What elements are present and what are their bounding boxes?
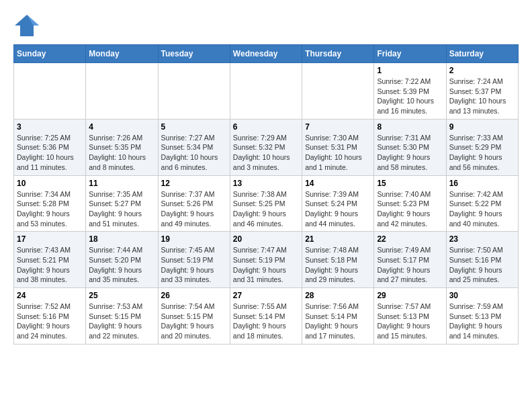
day-info: Sunrise: 7:52 AMSunset: 5:16 PMDaylight:…	[17, 302, 83, 341]
calendar-cell: 7Sunrise: 7:30 AMSunset: 5:31 PMDaylight…	[302, 119, 374, 175]
calendar-cell	[86, 63, 158, 120]
day-info: Sunrise: 7:56 AMSunset: 5:14 PMDaylight:…	[305, 302, 371, 341]
calendar-week-row: 1Sunrise: 7:22 AMSunset: 5:39 PMDaylight…	[14, 63, 519, 120]
day-info: Sunrise: 7:54 AMSunset: 5:15 PMDaylight:…	[161, 302, 227, 341]
calendar-cell: 21Sunrise: 7:48 AMSunset: 5:18 PMDayligh…	[302, 232, 374, 288]
day-number: 2	[449, 66, 515, 75]
day-info: Sunrise: 7:55 AMSunset: 5:14 PMDaylight:…	[233, 302, 299, 341]
day-number: 4	[89, 122, 154, 132]
day-info: Sunrise: 7:42 AMSunset: 5:22 PMDaylight:…	[449, 189, 515, 229]
day-number: 21	[305, 234, 371, 244]
calendar-cell: 12Sunrise: 7:37 AMSunset: 5:26 PMDayligh…	[158, 175, 230, 232]
day-number: 11	[89, 179, 154, 188]
day-info: Sunrise: 7:34 AMSunset: 5:28 PMDaylight:…	[17, 189, 83, 229]
day-info: Sunrise: 7:25 AMSunset: 5:36 PMDaylight:…	[17, 133, 83, 173]
day-info: Sunrise: 7:44 AMSunset: 5:20 PMDaylight:…	[89, 245, 154, 285]
calendar-cell: 18Sunrise: 7:44 AMSunset: 5:20 PMDayligh…	[86, 232, 158, 288]
calendar-cell: 24Sunrise: 7:52 AMSunset: 5:16 PMDayligh…	[14, 288, 86, 345]
day-info: Sunrise: 7:45 AMSunset: 5:19 PMDaylight:…	[161, 245, 227, 285]
weekday-header: Thursday	[302, 45, 374, 63]
day-info: Sunrise: 7:43 AMSunset: 5:21 PMDaylight:…	[17, 245, 83, 285]
day-number: 25	[89, 291, 154, 300]
calendar-cell	[14, 63, 86, 120]
calendar-cell: 8Sunrise: 7:31 AMSunset: 5:30 PMDaylight…	[374, 119, 446, 175]
day-info: Sunrise: 7:40 AMSunset: 5:23 PMDaylight:…	[377, 189, 443, 229]
calendar-cell: 11Sunrise: 7:35 AMSunset: 5:27 PMDayligh…	[86, 175, 158, 232]
calendar-cell	[230, 63, 302, 120]
calendar-week-row: 24Sunrise: 7:52 AMSunset: 5:16 PMDayligh…	[14, 288, 519, 345]
day-number: 18	[89, 234, 154, 244]
calendar-cell: 30Sunrise: 7:59 AMSunset: 5:13 PMDayligh…	[446, 288, 518, 345]
calendar-week-row: 3Sunrise: 7:25 AMSunset: 5:36 PMDaylight…	[14, 119, 519, 175]
day-info: Sunrise: 7:29 AMSunset: 5:32 PMDaylight:…	[233, 133, 299, 173]
page-header	[13, 13, 519, 38]
day-number: 7	[305, 122, 371, 132]
calendar-cell	[302, 63, 374, 120]
day-info: Sunrise: 7:33 AMSunset: 5:29 PMDaylight:…	[449, 133, 515, 173]
calendar-cell: 28Sunrise: 7:56 AMSunset: 5:14 PMDayligh…	[302, 288, 374, 345]
day-number: 30	[449, 291, 515, 300]
weekday-header: Friday	[374, 45, 446, 63]
day-info: Sunrise: 7:38 AMSunset: 5:25 PMDaylight:…	[233, 189, 299, 229]
calendar-cell: 5Sunrise: 7:27 AMSunset: 5:34 PMDaylight…	[158, 119, 230, 175]
day-info: Sunrise: 7:35 AMSunset: 5:27 PMDaylight:…	[89, 189, 154, 229]
day-info: Sunrise: 7:22 AMSunset: 5:39 PMDaylight:…	[377, 77, 443, 116]
calendar-cell: 26Sunrise: 7:54 AMSunset: 5:15 PMDayligh…	[158, 288, 230, 345]
logo-icon	[13, 13, 40, 38]
day-number: 23	[449, 234, 515, 244]
calendar-cell: 6Sunrise: 7:29 AMSunset: 5:32 PMDaylight…	[230, 119, 302, 175]
calendar-cell: 15Sunrise: 7:40 AMSunset: 5:23 PMDayligh…	[374, 175, 446, 232]
day-info: Sunrise: 7:30 AMSunset: 5:31 PMDaylight:…	[305, 133, 371, 173]
day-info: Sunrise: 7:39 AMSunset: 5:24 PMDaylight:…	[305, 189, 371, 229]
weekday-header: Wednesday	[230, 45, 302, 63]
calendar-cell: 1Sunrise: 7:22 AMSunset: 5:39 PMDaylight…	[374, 63, 446, 120]
day-number: 6	[233, 122, 299, 132]
day-number: 27	[233, 291, 299, 300]
calendar-cell: 20Sunrise: 7:47 AMSunset: 5:19 PMDayligh…	[230, 232, 302, 288]
day-number: 14	[305, 179, 371, 188]
calendar-cell: 4Sunrise: 7:26 AMSunset: 5:35 PMDaylight…	[86, 119, 158, 175]
day-number: 12	[161, 179, 227, 188]
calendar-cell: 2Sunrise: 7:24 AMSunset: 5:37 PMDaylight…	[446, 63, 518, 120]
day-info: Sunrise: 7:48 AMSunset: 5:18 PMDaylight:…	[305, 245, 371, 285]
calendar-cell: 10Sunrise: 7:34 AMSunset: 5:28 PMDayligh…	[14, 175, 86, 232]
calendar-week-row: 17Sunrise: 7:43 AMSunset: 5:21 PMDayligh…	[14, 232, 519, 288]
calendar-week-row: 10Sunrise: 7:34 AMSunset: 5:28 PMDayligh…	[14, 175, 519, 232]
day-info: Sunrise: 7:59 AMSunset: 5:13 PMDaylight:…	[449, 302, 515, 341]
day-number: 5	[161, 122, 227, 132]
day-number: 16	[449, 179, 515, 188]
calendar-cell: 23Sunrise: 7:50 AMSunset: 5:16 PMDayligh…	[446, 232, 518, 288]
day-info: Sunrise: 7:24 AMSunset: 5:37 PMDaylight:…	[449, 77, 515, 116]
logo	[13, 13, 44, 38]
calendar-table: SundayMondayTuesdayWednesdayThursdayFrid…	[13, 44, 519, 345]
calendar-cell	[158, 63, 230, 120]
calendar-cell: 19Sunrise: 7:45 AMSunset: 5:19 PMDayligh…	[158, 232, 230, 288]
calendar-cell: 25Sunrise: 7:53 AMSunset: 5:15 PMDayligh…	[86, 288, 158, 345]
day-number: 3	[17, 122, 83, 132]
day-number: 15	[377, 179, 443, 188]
day-info: Sunrise: 7:26 AMSunset: 5:35 PMDaylight:…	[89, 133, 154, 173]
day-number: 9	[449, 122, 515, 132]
calendar-cell: 17Sunrise: 7:43 AMSunset: 5:21 PMDayligh…	[14, 232, 86, 288]
day-number: 24	[17, 291, 83, 300]
day-number: 19	[161, 234, 227, 244]
day-number: 20	[233, 234, 299, 244]
weekday-header: Monday	[86, 45, 158, 63]
day-info: Sunrise: 7:31 AMSunset: 5:30 PMDaylight:…	[377, 133, 443, 173]
day-number: 22	[377, 234, 443, 244]
day-number: 8	[377, 122, 443, 132]
day-number: 17	[17, 234, 83, 244]
weekday-header: Saturday	[446, 45, 518, 63]
day-number: 28	[305, 291, 371, 300]
calendar-header-row: SundayMondayTuesdayWednesdayThursdayFrid…	[14, 45, 519, 63]
calendar-cell: 22Sunrise: 7:49 AMSunset: 5:17 PMDayligh…	[374, 232, 446, 288]
weekday-header: Sunday	[14, 45, 86, 63]
calendar-cell: 14Sunrise: 7:39 AMSunset: 5:24 PMDayligh…	[302, 175, 374, 232]
calendar-cell: 9Sunrise: 7:33 AMSunset: 5:29 PMDaylight…	[446, 119, 518, 175]
day-info: Sunrise: 7:47 AMSunset: 5:19 PMDaylight:…	[233, 245, 299, 285]
day-info: Sunrise: 7:53 AMSunset: 5:15 PMDaylight:…	[89, 302, 154, 341]
day-number: 29	[377, 291, 443, 300]
day-info: Sunrise: 7:27 AMSunset: 5:34 PMDaylight:…	[161, 133, 227, 173]
day-number: 1	[377, 66, 443, 75]
day-info: Sunrise: 7:57 AMSunset: 5:13 PMDaylight:…	[377, 302, 443, 341]
